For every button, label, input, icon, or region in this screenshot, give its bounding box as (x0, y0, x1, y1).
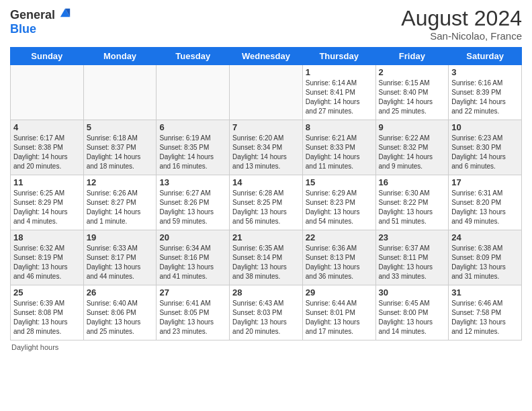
date-number: 17 (451, 177, 519, 187)
logo-blue: Blue (10, 22, 36, 36)
cell-info: Sunrise: 6:28 AM Sunset: 8:25 PM Dayligh… (232, 189, 300, 226)
calendar-cell: 11Sunrise: 6:25 AM Sunset: 8:29 PM Dayli… (11, 175, 84, 230)
date-number: 18 (13, 232, 81, 242)
calendar-cell: 14Sunrise: 6:28 AM Sunset: 8:25 PM Dayli… (230, 175, 303, 230)
date-number: 21 (232, 232, 300, 242)
logo-icon (59, 7, 71, 19)
cell-info: Sunrise: 6:32 AM Sunset: 8:19 PM Dayligh… (13, 244, 81, 281)
calendar-cell (157, 65, 230, 120)
week-row-1: 4Sunrise: 6:17 AM Sunset: 8:38 PM Daylig… (11, 120, 522, 175)
calendar-cell (230, 65, 303, 120)
date-number: 28 (232, 287, 300, 298)
cell-info: Sunrise: 6:22 AM Sunset: 8:32 PM Dayligh… (379, 134, 446, 171)
calendar-cell: 16Sunrise: 6:30 AM Sunset: 8:22 PM Dayli… (375, 175, 449, 230)
date-number: 6 (159, 122, 226, 132)
date-number: 20 (159, 232, 226, 242)
cell-info: Sunrise: 6:30 AM Sunset: 8:22 PM Dayligh… (379, 189, 446, 226)
location: San-Nicolao, France (401, 30, 522, 42)
calendar-cell: 30Sunrise: 6:45 AM Sunset: 8:00 PM Dayli… (375, 285, 449, 340)
calendar-cell: 20Sunrise: 6:34 AM Sunset: 8:16 PM Dayli… (157, 230, 230, 285)
week-row-0: 1Sunrise: 6:14 AM Sunset: 8:41 PM Daylig… (11, 65, 522, 120)
date-number: 25 (13, 287, 81, 298)
date-number: 29 (306, 287, 373, 298)
calendar-cell: 21Sunrise: 6:35 AM Sunset: 8:14 PM Dayli… (230, 230, 303, 285)
date-number: 27 (159, 287, 226, 298)
date-number: 12 (87, 177, 154, 187)
cell-info: Sunrise: 6:19 AM Sunset: 8:35 PM Dayligh… (159, 134, 226, 171)
cell-info: Sunrise: 6:29 AM Sunset: 8:23 PM Dayligh… (306, 189, 373, 226)
cell-info: Sunrise: 6:39 AM Sunset: 8:08 PM Dayligh… (13, 299, 81, 336)
date-number: 1 (306, 67, 373, 77)
date-number: 26 (87, 287, 154, 298)
calendar-cell: 10Sunrise: 6:23 AM Sunset: 8:30 PM Dayli… (449, 120, 522, 175)
calendar-cell: 12Sunrise: 6:26 AM Sunset: 8:27 PM Dayli… (83, 175, 157, 230)
header: General Blue August 2024 San-Nicolao, Fr… (10, 7, 522, 42)
cell-info: Sunrise: 6:41 AM Sunset: 8:05 PM Dayligh… (159, 299, 226, 336)
date-number: 4 (13, 122, 81, 132)
cell-info: Sunrise: 6:35 AM Sunset: 8:14 PM Dayligh… (232, 244, 300, 281)
date-number: 5 (87, 122, 154, 132)
page-container: General Blue August 2024 San-Nicolao, Fr… (0, 0, 532, 355)
date-number: 9 (379, 122, 446, 132)
date-number: 15 (306, 177, 373, 187)
calendar-cell: 29Sunrise: 6:44 AM Sunset: 8:01 PM Dayli… (302, 285, 375, 340)
calendar-table: SundayMondayTuesdayWednesdayThursdayFrid… (10, 47, 522, 340)
cell-info: Sunrise: 6:34 AM Sunset: 8:16 PM Dayligh… (159, 244, 226, 281)
cell-info: Sunrise: 6:16 AM Sunset: 8:39 PM Dayligh… (451, 79, 519, 116)
calendar-cell: 3Sunrise: 6:16 AM Sunset: 8:39 PM Daylig… (449, 65, 522, 120)
calendar-cell: 1Sunrise: 6:14 AM Sunset: 8:41 PM Daylig… (302, 65, 375, 120)
footer: Daylight hours (10, 343, 522, 351)
cell-info: Sunrise: 6:27 AM Sunset: 8:26 PM Dayligh… (159, 189, 226, 226)
day-header-monday: Monday (83, 48, 157, 65)
calendar-cell: 9Sunrise: 6:22 AM Sunset: 8:32 PM Daylig… (375, 120, 449, 175)
cell-info: Sunrise: 6:23 AM Sunset: 8:30 PM Dayligh… (451, 134, 519, 171)
calendar-cell: 5Sunrise: 6:18 AM Sunset: 8:37 PM Daylig… (83, 120, 157, 175)
calendar-cell: 25Sunrise: 6:39 AM Sunset: 8:08 PM Dayli… (11, 285, 84, 340)
cell-info: Sunrise: 6:46 AM Sunset: 7:58 PM Dayligh… (451, 299, 519, 336)
cell-info: Sunrise: 6:36 AM Sunset: 8:13 PM Dayligh… (306, 244, 373, 281)
date-number: 14 (232, 177, 300, 187)
calendar-cell: 31Sunrise: 6:46 AM Sunset: 7:58 PM Dayli… (449, 285, 522, 340)
cell-info: Sunrise: 6:18 AM Sunset: 8:37 PM Dayligh… (87, 134, 154, 171)
date-number: 2 (379, 67, 446, 77)
date-number: 10 (451, 122, 519, 132)
calendar-cell (83, 65, 157, 120)
calendar-cell: 7Sunrise: 6:20 AM Sunset: 8:34 PM Daylig… (230, 120, 303, 175)
date-number: 16 (379, 177, 446, 187)
cell-info: Sunrise: 6:38 AM Sunset: 8:09 PM Dayligh… (451, 244, 519, 281)
calendar-cell: 13Sunrise: 6:27 AM Sunset: 8:26 PM Dayli… (157, 175, 230, 230)
calendar-cell: 24Sunrise: 6:38 AM Sunset: 8:09 PM Dayli… (449, 230, 522, 285)
day-header-saturday: Saturday (449, 48, 522, 65)
week-row-4: 25Sunrise: 6:39 AM Sunset: 8:08 PM Dayli… (11, 285, 522, 340)
date-number: 11 (13, 177, 81, 187)
date-number: 30 (379, 287, 446, 298)
date-number: 19 (87, 232, 154, 242)
cell-info: Sunrise: 6:14 AM Sunset: 8:41 PM Dayligh… (306, 79, 373, 116)
calendar-cell: 18Sunrise: 6:32 AM Sunset: 8:19 PM Dayli… (11, 230, 84, 285)
logo-text: General (10, 7, 71, 22)
cell-info: Sunrise: 6:43 AM Sunset: 8:03 PM Dayligh… (232, 299, 300, 336)
calendar-cell: 15Sunrise: 6:29 AM Sunset: 8:23 PM Dayli… (302, 175, 375, 230)
calendar-cell: 26Sunrise: 6:40 AM Sunset: 8:06 PM Dayli… (83, 285, 157, 340)
calendar-cell: 19Sunrise: 6:33 AM Sunset: 8:17 PM Dayli… (83, 230, 157, 285)
date-number: 22 (306, 232, 373, 242)
date-number: 31 (451, 287, 519, 298)
date-number: 8 (306, 122, 373, 132)
week-row-3: 18Sunrise: 6:32 AM Sunset: 8:19 PM Dayli… (11, 230, 522, 285)
cell-info: Sunrise: 6:25 AM Sunset: 8:29 PM Dayligh… (13, 189, 81, 226)
calendar-cell (11, 65, 84, 120)
calendar-cell: 22Sunrise: 6:36 AM Sunset: 8:13 PM Dayli… (302, 230, 375, 285)
cell-info: Sunrise: 6:15 AM Sunset: 8:40 PM Dayligh… (379, 79, 446, 116)
day-header-thursday: Thursday (302, 48, 375, 65)
calendar-cell: 6Sunrise: 6:19 AM Sunset: 8:35 PM Daylig… (157, 120, 230, 175)
day-header-sunday: Sunday (11, 48, 84, 65)
day-header-tuesday: Tuesday (157, 48, 230, 65)
header-row: SundayMondayTuesdayWednesdayThursdayFrid… (11, 48, 522, 65)
cell-info: Sunrise: 6:40 AM Sunset: 8:06 PM Dayligh… (87, 299, 154, 336)
day-header-friday: Friday (375, 48, 449, 65)
month-year: August 2024 (401, 7, 522, 30)
day-header-wednesday: Wednesday (230, 48, 303, 65)
date-number: 23 (379, 232, 446, 242)
cell-info: Sunrise: 6:26 AM Sunset: 8:27 PM Dayligh… (87, 189, 154, 226)
date-number: 3 (451, 67, 519, 77)
